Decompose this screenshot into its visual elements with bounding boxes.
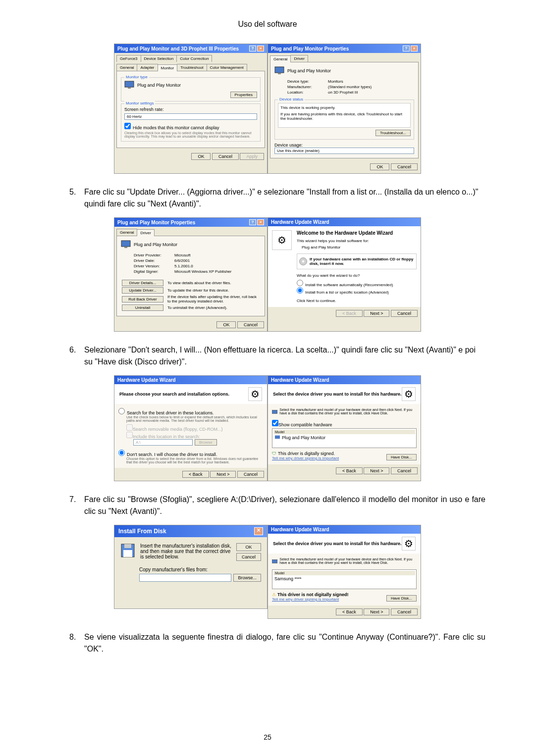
figure-row-1: Plug and Play Monitor and 3D Prophet III… <box>50 44 485 174</box>
val-date: 6/6/2001 <box>174 258 231 263</box>
help-icon[interactable]: ? <box>403 46 410 51</box>
hide-modes-checkbox[interactable] <box>124 123 131 129</box>
device-name: Plug and Play Monitor <box>134 242 177 247</box>
ok-button[interactable]: OK <box>216 321 236 328</box>
help-icon[interactable]: ? <box>249 46 256 51</box>
tell-why-link[interactable]: Tell me why driver signing is important <box>272 597 349 602</box>
model-item[interactable]: Plug and Play Monitor <box>282 435 325 440</box>
close-icon[interactable]: × <box>257 219 264 225</box>
tab-colorc[interactable]: Color Correction <box>176 55 212 62</box>
svg-rect-11 <box>124 544 131 548</box>
apply-button[interactable]: Apply <box>240 153 264 160</box>
radio-auto[interactable] <box>297 280 303 286</box>
ok-button[interactable]: OK <box>191 153 211 160</box>
radio-dont-label: Don't search. I will choose the driver t… <box>127 452 217 457</box>
step-num: 7. <box>69 494 76 505</box>
back-button[interactable]: < Back <box>336 310 363 317</box>
tab-monitor[interactable]: Monitor <box>158 64 178 71</box>
properties-button[interactable]: Properties <box>230 92 257 98</box>
instruction: Select the manufacturer and model of you… <box>279 408 417 417</box>
tab-driver[interactable]: Driver <box>137 229 154 236</box>
svg-rect-13 <box>272 559 277 563</box>
rollback-note: If the device fails after updating the d… <box>167 295 260 303</box>
tab-geforce[interactable]: GeForce3 <box>116 55 141 62</box>
floppy-icon <box>120 543 135 558</box>
cancel-button[interactable]: Cancel <box>391 163 418 170</box>
chk-include <box>126 432 133 438</box>
tab-general[interactable]: General <box>270 55 291 62</box>
tab-adapter[interactable]: Adapter <box>137 64 158 71</box>
chk-compat[interactable] <box>272 420 278 426</box>
next-button[interactable]: Next > <box>210 471 236 478</box>
tab-driver[interactable]: Driver <box>290 55 308 62</box>
tab-trouble[interactable]: Troubleshoot <box>177 64 207 71</box>
cancel-button[interactable]: Cancel <box>237 321 264 328</box>
signed-text: This driver is digitally signed. <box>278 451 335 456</box>
tell-why-link[interactable]: Tell me why driver signing is important <box>272 456 339 460</box>
next-button[interactable]: Next > <box>364 467 389 474</box>
ok-button[interactable]: OK <box>236 543 261 551</box>
cancel-button[interactable]: Cancel <box>391 467 418 474</box>
close-icon[interactable]: × <box>254 527 263 535</box>
have-disk-button[interactable]: Have Disk... <box>386 454 417 460</box>
lbl-version: Driver Version: <box>134 264 173 268</box>
back-button[interactable]: < Back <box>336 467 363 474</box>
back-button[interactable]: < Back <box>336 608 363 615</box>
page-title: Uso del software <box>50 20 485 29</box>
rollback-button[interactable]: Roll Back Driver <box>122 296 163 302</box>
chk-removable-label: Search removable media (floppy, CD-ROM..… <box>133 427 222 432</box>
instruction: Select the manufacturer and model of you… <box>279 557 417 566</box>
monitor-icon <box>274 66 284 75</box>
cancel-button[interactable]: Cancel <box>391 310 418 317</box>
close-icon[interactable]: × <box>257 46 264 51</box>
driver-details-button[interactable]: Driver Details... <box>122 280 163 286</box>
uninstall-button[interactable]: Uninstall <box>122 304 163 311</box>
dlg-prophet-props: Plug and Play Monitor and 3D Prophet III… <box>114 44 268 174</box>
instruction: Insert the manufacturer's installation d… <box>140 543 231 561</box>
val-manu: (Standard monitor types) <box>328 85 372 89</box>
update-note: To update the driver for this device. <box>167 287 260 294</box>
help-icon[interactable]: ? <box>249 219 256 225</box>
cancel-button[interactable]: Cancel <box>391 608 418 615</box>
lbl-date: Driver Date: <box>134 258 173 263</box>
dlg-wizard-search: Hardware Update Wizard Please choose you… <box>114 375 268 481</box>
troubleshoot-button[interactable]: Troubleshoot... <box>375 130 411 136</box>
next-button[interactable]: Next > <box>364 608 389 615</box>
tab-colorm[interactable]: Color Management <box>207 64 247 71</box>
svg-rect-8 <box>272 410 277 413</box>
update-driver-button[interactable]: Update Driver... <box>122 287 163 294</box>
details-note: To view details about the driver files. <box>167 280 260 286</box>
group-device-status: Device status <box>278 97 305 101</box>
status-line: This device is working properly. <box>280 105 408 110</box>
model-item[interactable]: Samsung **** <box>273 575 415 582</box>
tab-general[interactable]: General <box>116 229 137 236</box>
close-icon[interactable]: × <box>411 46 418 51</box>
step-5: 5. Fare clic su "Update Driver... (Aggio… <box>50 186 485 210</box>
cancel-button[interactable]: Cancel <box>212 153 239 160</box>
back-button[interactable]: < Back <box>182 471 209 478</box>
path-select[interactable] <box>139 574 231 582</box>
lbl-provider: Driver Provider: <box>134 253 173 257</box>
radio-dont-search[interactable] <box>118 450 125 456</box>
radio-search[interactable] <box>118 408 125 414</box>
dlg-title-text: Install From Disk <box>118 528 166 535</box>
cancel-button[interactable]: Cancel <box>237 471 264 478</box>
next-button[interactable]: Next > <box>364 310 389 317</box>
tab-devsel[interactable]: Device Selection <box>141 55 177 62</box>
chk-removable <box>126 424 133 431</box>
ok-button[interactable]: OK <box>370 163 389 170</box>
dlg-title-text: Hardware Update Wizard <box>271 527 329 532</box>
radio-list[interactable] <box>297 287 303 294</box>
usage-select[interactable]: Use this device (enable) <box>274 148 414 154</box>
wizard-icon: ⚙ <box>248 387 262 401</box>
group-monitor-type: Monitor type <box>124 75 149 79</box>
browse-button[interactable]: Browse... <box>233 574 261 582</box>
val-version: 5.1.2001.0 <box>174 264 231 268</box>
cd-note: If your hardware came with an installati… <box>310 257 415 266</box>
svg-rect-3 <box>278 73 281 74</box>
cancel-button[interactable]: Cancel <box>236 553 261 561</box>
step-6: 6. Selezionare "Don't search, I will... … <box>50 344 485 368</box>
tab-general[interactable]: General <box>116 64 137 71</box>
have-disk-button[interactable]: Have Disk... <box>386 595 417 602</box>
refresh-select[interactable]: 60 Hertz <box>124 113 257 120</box>
